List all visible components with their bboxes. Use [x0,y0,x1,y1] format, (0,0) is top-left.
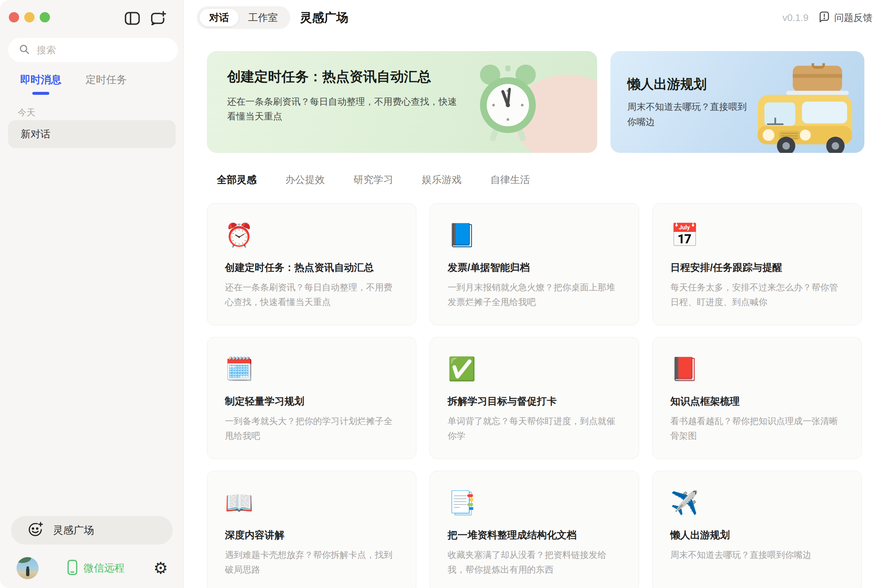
banner-title: 懒人出游规划 [627,75,782,93]
inspiration-card-grid: ⏰ 创建定时任务：热点资讯自动汇总 还在一条条刷资讯？每日自动整理，不用费心查找… [184,186,882,588]
card-description: 周末不知道去哪玩？直接喂到你嘴边 [670,548,845,562]
card-study-checkin[interactable]: ✅ 拆解学习目标与督促打卡 单词背了就忘？每天帮你盯进度，到点就催你学 [430,337,639,459]
card-title: 把一堆资料整理成结构化文档 [448,528,622,542]
wechat-remote-button[interactable]: 微信远程 [67,560,124,577]
card-schedule-reminder[interactable]: 📅 日程安排/任务跟踪与提醒 每天任务太多，安排不过来怎么办？帮你管日程、盯进度… [652,203,862,325]
card-scheduled-news[interactable]: ⏰ 创建定时任务：热点资讯自动汇总 还在一条条刷资讯？每日自动整理，不用费心查找… [207,203,416,325]
feedback-icon [818,11,831,24]
card-title: 拆解学习目标与督促打卡 [448,395,622,408]
card-deep-explanation[interactable]: 📖 深度内容讲解 遇到难题卡壳想放弃？帮你拆解卡点，找到破局思路 [207,471,416,588]
invoice-notebook-icon: 📘 [448,220,622,250]
category-office[interactable]: 办公提效 [285,173,325,186]
feedback-button[interactable]: 问题反馈 [818,11,873,24]
conversation-item[interactable]: 新对话 [8,120,176,148]
card-title: 知识点框架梳理 [670,395,845,408]
avatar[interactable] [16,557,39,579]
alarm-clock-icon: ⏰ [225,220,400,250]
category-research[interactable]: 研究学习 [354,173,393,186]
search-box [8,38,178,62]
search-icon [19,44,29,56]
study-planner-icon: 🗓️ [225,354,400,384]
sidebar: 即时消息 定时任务 今天 新对话 [0,0,184,588]
card-title: 发票/单据智能归档 [448,261,622,274]
sidebar-toggle-icon[interactable] [124,12,140,25]
open-book-pencil-icon: 📖 [225,488,400,518]
card-description: 一到月末报销就火急火燎？把你桌面上那堆发票烂摊子全甩给我吧 [448,280,622,309]
active-tab-underline [32,92,49,95]
main-area: 对话 工作室 灵感广场 v0.1.9 问题反馈 [184,0,882,588]
card-title: 创建定时任务：热点资讯自动汇总 [225,261,400,274]
card-description: 每天任务太多，安排不过来怎么办？帮你管日程、盯进度、到点喊你 [670,280,845,309]
window-controls [9,12,50,22]
card-structured-docs[interactable]: 📑 把一堆资料整理成结构化文档 收藏夹塞满了却从没看？把资料链接发给我，帮你提炼… [430,471,639,588]
app-window: 即时消息 定时任务 今天 新对话 [0,0,882,588]
pink-notebook-icon: 📕 [670,354,845,384]
card-lazy-travel[interactable]: ✈️ 懒人出游规划 周末不知道去哪玩？直接喂到你嘴边 [652,471,862,588]
tab-instant-messages[interactable]: 即时消息 [20,73,62,95]
category-selfdiscipline[interactable]: 自律生活 [490,173,530,186]
card-study-plan[interactable]: 🗓️ 制定轻量学习规划 一到备考就头大？把你的学习计划烂摊子全甩给我吧 [207,337,416,459]
zoom-window-button[interactable] [40,12,50,22]
card-description: 遇到难题卡壳想放弃？帮你拆解卡点，找到破局思路 [225,548,400,577]
segment-chat[interactable]: 对话 [200,9,238,27]
phone-icon [67,560,78,577]
sidebar-tabs: 即时消息 定时任务 [20,73,127,95]
banner-row: 创建定时任务：热点资讯自动汇总 还在一条条刷资讯？每日自动整理，不用费心查找，快… [184,35,882,153]
smiley-sparkle-icon [27,522,44,539]
card-description: 单词背了就忘？每天帮你盯进度，到点就催你学 [448,414,622,443]
search-input[interactable] [37,45,171,56]
wechat-remote-label: 微信远程 [83,561,124,575]
sidebar-footer: 微信远程 ⚙ [0,556,183,580]
card-invoice-archive[interactable]: 📘 发票/单据智能归档 一到月末报销就火急火燎？把你桌面上那堆发票烂摊子全甩给我… [430,203,639,325]
view-segmented-control: 对话 工作室 [196,6,290,29]
card-description: 收藏夹塞满了却从没看？把资料链接发给我，帮你提炼出有用的东西 [448,548,622,577]
inspiration-button-label: 灵感广场 [53,524,94,537]
new-chat-icon[interactable] [150,11,166,26]
tab-label: 即时消息 [20,74,62,85]
category-tabs: 全部灵感 办公提效 研究学习 娱乐游戏 自律生活 [184,153,882,186]
banner-scheduled-news[interactable]: 创建定时任务：热点资讯自动汇总 还在一条条刷资讯？每日自动整理，不用费心查找，快… [207,51,597,153]
card-description: 一到备考就头大？把你的学习计划烂摊子全甩给我吧 [225,414,400,443]
minimize-window-button[interactable] [24,12,34,22]
close-window-button[interactable] [9,12,19,22]
page-title: 灵感广场 [300,9,348,26]
conversation-group-label: 今天 [18,106,35,118]
banner-lazy-travel[interactable]: 懒人出游规划 周末不知道去哪玩？直接喂到你嘴边 [610,51,864,153]
main-header: 对话 工作室 灵感广场 v0.1.9 问题反馈 [184,0,882,35]
calendar-icon: 📅 [670,220,845,250]
tab-label: 定时任务 [86,74,127,85]
gear-icon[interactable]: ⚙ [154,560,168,576]
category-all[interactable]: 全部灵感 [217,173,256,186]
card-title: 制定轻量学习规划 [225,395,400,408]
banner-description: 还在一条条刷资讯？每日自动整理，不用费心查找，快速看懂当天重点 [227,94,459,124]
version-label: v0.1.9 [782,12,808,24]
documents-icon: 📑 [448,488,622,518]
card-title: 懒人出游规划 [670,528,845,542]
banner-title: 创建定时任务：热点资讯自动汇总 [227,67,462,87]
alarm-clock-illustration [466,56,550,150]
category-entertainment[interactable]: 娱乐游戏 [422,173,462,186]
airplane-icon: ✈️ [670,488,845,518]
card-description: 还在一条条刷资讯？每日自动整理，不用费心查找，快速看懂当天重点 [225,280,400,309]
card-description: 看书越看越乱？帮你把知识点理成一张清晰骨架图 [670,414,845,443]
card-title: 日程安排/任务跟踪与提醒 [670,261,845,274]
banner-description: 周末不知道去哪玩？直接喂到你嘴边 [627,99,754,129]
segment-studio[interactable]: 工作室 [238,9,287,27]
conversation-title: 新对话 [21,128,50,141]
card-knowledge-framework[interactable]: 📕 知识点框架梳理 看书越看越乱？帮你把知识点理成一张清晰骨架图 [652,337,862,459]
tab-scheduled-tasks[interactable]: 定时任务 [86,73,127,95]
card-title: 深度内容讲解 [225,528,400,542]
check-in-clipboard-icon: ✅ [448,354,622,384]
feedback-label: 问题反馈 [834,11,873,24]
inspiration-square-button[interactable]: 灵感广场 [11,516,173,544]
